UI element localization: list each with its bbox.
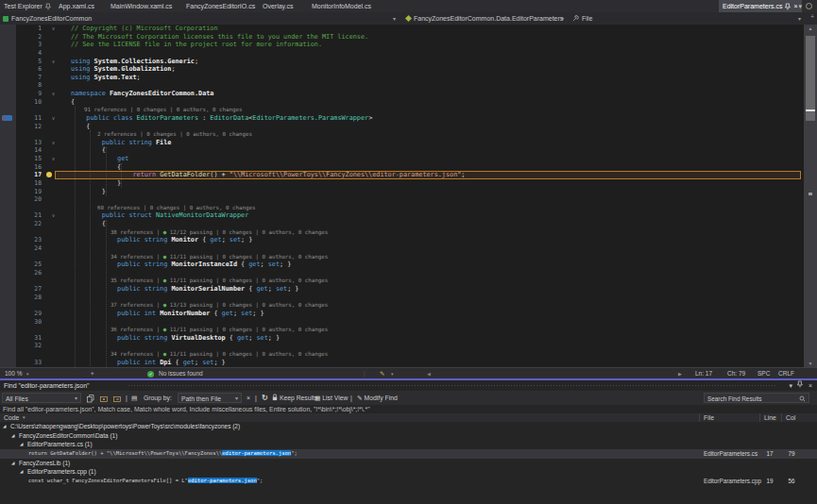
fold-chevron-icon[interactable]: ∨ — [52, 90, 55, 98]
refresh-search-icon[interactable]: ↻ — [262, 393, 268, 403]
collapse-all-icon[interactable] — [113, 393, 122, 403]
code-text: public string MonitorInstanceId { get; s… — [71, 260, 291, 269]
tab-app-xaml-cs[interactable]: App.xaml.cs — [55, 0, 98, 12]
scroll-up-icon[interactable]: ▲ — [804, 25, 817, 31]
lightbulb-icon[interactable] — [46, 172, 52, 177]
fold-chevron-icon[interactable]: ∨ — [52, 155, 55, 163]
tree-expander-icon[interactable]: ◢ — [20, 440, 23, 449]
find-group-row[interactable]: ◢FancyZonesEditorCommon\Data (1) — [0, 431, 817, 441]
line-number: 13 — [0, 139, 42, 147]
column-divider[interactable] — [699, 413, 700, 422]
tab-options-icon[interactable] — [806, 0, 812, 12]
copy-results-icon[interactable] — [87, 393, 94, 403]
code-editor[interactable]: 1∨// Copyright (c) Microsoft Corporation… — [0, 25, 804, 367]
column-col[interactable]: Col — [786, 413, 795, 422]
search-find-results-input[interactable]: Search Find Results — [704, 393, 809, 403]
close-icon[interactable]: × — [793, 3, 797, 9]
tree-expander-icon[interactable]: ◢ — [11, 431, 14, 441]
type-dropdown[interactable]: FancyZonesEditorCommon.Data.EditorParame… — [406, 12, 563, 25]
codelens-row: 36 references | ● 11/11 passing | 0 chan… — [0, 326, 804, 334]
tab-mainwindow-xaml-cs[interactable]: MainWindow.xaml.cs — [107, 0, 176, 12]
fold-chevron-icon[interactable]: ∨ — [52, 211, 55, 220]
tree-expander-icon[interactable]: ◢ — [3, 422, 6, 431]
code-line: 7using System.Text; — [0, 74, 804, 82]
group-by-label: Group by: — [144, 393, 172, 403]
split-editor-handle[interactable]: + — [810, 13, 814, 20]
line-number: 26 — [0, 269, 42, 277]
column-divider[interactable] — [781, 413, 782, 422]
preserve-layout-icon[interactable]: ▤ — [131, 393, 137, 403]
editor-vertical-scrollbar[interactable]: ▲ ▼ — [804, 25, 817, 367]
tree-expander-icon[interactable]: ◢ — [11, 459, 14, 468]
find-group-row[interactable]: ◢C:\Users\zhaopengwang\Desktop\powertoys… — [0, 422, 817, 431]
find-result-row[interactable]: const wchar_t FancyZonesEditorParameters… — [0, 477, 817, 486]
margin-annotation-icon[interactable] — [2, 115, 12, 122]
line-number: 29 — [0, 310, 42, 318]
tab-fancyzoneseditorio-cs[interactable]: FancyZonesEditorIO.cs — [182, 0, 259, 12]
find-group-row[interactable]: ◢EditorParameters.cpp (1) — [0, 467, 817, 477]
tab-list-chevron-icon[interactable]: ▾ — [798, 0, 802, 12]
pin-icon[interactable] — [797, 380, 803, 388]
code-text: { — [71, 98, 75, 107]
line-number: 1 — [0, 25, 42, 33]
column-line[interactable]: Line — [764, 413, 776, 422]
member-dropdown-label: File — [582, 15, 592, 22]
chevron-down-icon[interactable]: ▾ — [561, 12, 564, 25]
stop-search-icon[interactable]: × — [247, 393, 250, 403]
code-line: 21∨ public struct NativeMonitorDataWrapp… — [0, 211, 804, 220]
pin-icon[interactable] — [785, 3, 791, 10]
code-line: 30 — [0, 318, 804, 327]
find-result-col: 79 — [783, 449, 800, 459]
titlebar-grip[interactable] — [128, 384, 777, 387]
tab-monitorinfomodel-cs[interactable]: MonitorInfoModel.cs — [308, 0, 375, 12]
scroll-down-icon[interactable]: ▼ — [804, 361, 817, 366]
chevron-down-icon[interactable]: ▾ — [393, 12, 396, 25]
scrollbar-thumb[interactable] — [806, 36, 815, 121]
find-group-row[interactable]: ◢EditorParameters.cs (1) — [0, 440, 817, 449]
no-issues-check-icon[interactable]: ✓ — [147, 371, 154, 378]
group-by-dropdown[interactable]: Path then File▾ — [178, 393, 242, 403]
find-group-label: FancyZonesLib (1) — [19, 459, 70, 468]
line-number: 2 — [0, 33, 42, 42]
find-result-line: 17 — [761, 449, 778, 459]
column-file[interactable]: File — [704, 413, 714, 422]
fold-chevron-icon[interactable]: ∨ — [52, 114, 55, 123]
project-dropdown[interactable]: FancyZonesEditorCommon — [3, 12, 92, 25]
modify-find-button[interactable]: ✎ Modify Find — [357, 393, 398, 403]
find-panel-titlebar[interactable]: Find "editor-parameters.json" ▾ × — [0, 380, 817, 391]
line-number: 22 — [0, 220, 42, 228]
code-text: namespace FancyZonesEditorCommon.Data — [71, 90, 213, 98]
code-text: // See the LICENSE file in the project r… — [71, 41, 322, 49]
find-group-row[interactable]: ◢FancyZonesLib (1) — [0, 459, 817, 468]
search-placeholder: Search Find Results — [707, 395, 762, 402]
codelens-text: 38 references | ● 12/12 passing | 0 chan… — [71, 228, 328, 237]
keep-results-button[interactable]: Keep Results — [272, 393, 317, 403]
window-position-chevron-icon[interactable]: ▾ — [789, 380, 792, 391]
document-tab-strip: EditorParameters.cs × ▾ Test ExplorerApp… — [0, 0, 817, 13]
line-number: 25 — [0, 260, 42, 269]
fold-chevron-icon[interactable]: ∨ — [52, 139, 55, 147]
project-dropdown-label: FancyZonesEditorCommon — [11, 15, 92, 22]
fold-chevron-icon[interactable]: ∨ — [52, 25, 55, 33]
fold-chevron-icon[interactable]: ∨ — [52, 58, 55, 66]
tab-test-explorer[interactable]: Test Explorer — [0, 0, 55, 12]
close-icon[interactable]: × — [808, 380, 812, 391]
column-code[interactable]: Code — [4, 413, 19, 422]
chevron-down-icon[interactable]: ▾ — [23, 413, 26, 422]
member-dropdown[interactable]: File — [572, 12, 592, 25]
tree-expander-icon[interactable]: ◢ — [20, 467, 23, 477]
expand-all-icon[interactable] — [100, 393, 109, 403]
pin-icon[interactable] — [45, 3, 51, 10]
codelens-row: 60 references | 0 changes | 0 authors, 0… — [0, 204, 804, 212]
code-line: 18 } — [0, 179, 804, 188]
column-divider[interactable] — [759, 413, 760, 422]
find-result-row[interactable]: return GetDataFolder() + "\\Microsoft\\P… — [0, 449, 817, 459]
group-by-dropdown-label: Path then File — [181, 395, 221, 402]
scope-dropdown[interactable]: All Files▾ — [2, 393, 81, 403]
tab-editorparameters-cs[interactable]: EditorParameters.cs × — [719, 0, 802, 12]
chevron-down-icon[interactable]: ▾ — [798, 12, 801, 25]
code-text: return GetDataFolder() + "\\Microsoft\\P… — [71, 171, 465, 179]
list-view-button[interactable]: ▦ List View — [315, 393, 348, 403]
find-group-label: FancyZonesEditorCommon\Data (1) — [19, 431, 117, 441]
tab-overlay-cs[interactable]: Overlay.cs — [259, 0, 298, 12]
